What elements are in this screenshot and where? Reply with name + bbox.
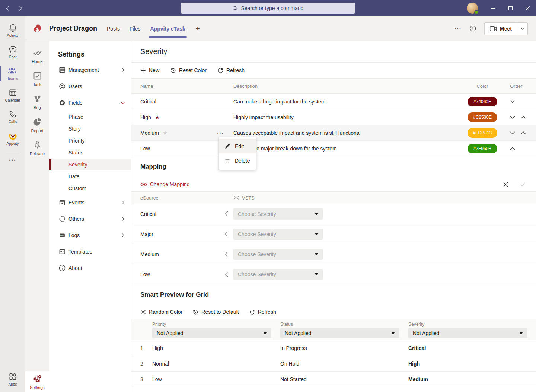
maximize-button[interactable] [502, 0, 519, 16]
color-pill[interactable]: #FDB813 [468, 128, 497, 138]
color-pill[interactable]: #74060E [468, 97, 497, 106]
tab-files[interactable]: Files [130, 16, 141, 41]
info-icon[interactable] [470, 25, 476, 32]
status-filter-dropdown[interactable]: Not Applied [280, 328, 399, 338]
rocket-icon [32, 140, 42, 150]
order-up-icon[interactable] [521, 131, 526, 134]
module-rail: Home Task Bug Report [25, 41, 49, 392]
order-down-icon[interactable] [510, 116, 515, 119]
refresh-button[interactable]: Refresh [218, 67, 245, 73]
row-menu-button[interactable]: ••• [217, 131, 224, 135]
menu-item-label: Edit [235, 143, 244, 149]
search-input[interactable]: Search or type a command [181, 3, 355, 14]
dropdown-arrow-icon [315, 213, 318, 215]
filter-value: Not Applied [285, 330, 312, 336]
nav-label: Phase [68, 114, 83, 120]
severity-row-high[interactable]: High ★ Highly impact the usability #C253… [131, 109, 536, 125]
chat-icon [8, 45, 17, 54]
reset-color-button[interactable]: Reset Color [170, 67, 207, 73]
app-rail: Activity Chat Teams Calender Calls Appvi… [0, 16, 25, 392]
nav-item-others[interactable]: Others [49, 211, 131, 227]
nav-item-priority[interactable]: Priority [49, 135, 131, 147]
confirm-check-icon[interactable] [520, 181, 526, 187]
nav-label: Fields [68, 100, 82, 106]
history-nav [6, 6, 22, 11]
tab-appvity-etask[interactable]: Appvity eTask [150, 16, 185, 41]
order-up-icon[interactable] [510, 147, 515, 150]
module-home[interactable]: Home [25, 44, 49, 67]
severity-filter-dropdown[interactable]: Not Applied [408, 328, 527, 338]
priority-filter-dropdown[interactable]: Not Applied [152, 328, 271, 338]
rail-item-calls[interactable]: Calls [0, 106, 25, 127]
tab-posts[interactable]: Posts [107, 16, 120, 41]
module-release[interactable]: Release [25, 136, 49, 159]
nav-item-phase[interactable]: Phase [49, 111, 131, 123]
minimize-button[interactable] [485, 0, 502, 16]
order-down-icon[interactable] [510, 100, 515, 103]
choose-severity-dropdown[interactable]: Choose Severity [233, 208, 323, 220]
nav-item-events[interactable]: Events [49, 194, 131, 211]
search-placeholder: Search or type a command [241, 5, 303, 11]
rail-item-activity[interactable]: Activity [0, 19, 25, 41]
severity-row-critical[interactable]: Critical Can make a huge impact for the … [131, 94, 536, 109]
chevron-right-icon [122, 68, 124, 72]
back-icon[interactable] [6, 6, 9, 11]
change-mapping-link[interactable]: Change Mapping [140, 181, 190, 187]
nav-item-severity[interactable]: Severity [49, 159, 131, 170]
settings-nav-title: Settings [49, 47, 131, 62]
severity-filter: Severity Not Applied [408, 322, 527, 340]
choose-severity-dropdown[interactable]: Choose Severity [233, 269, 323, 280]
choose-severity-dropdown[interactable]: Choose Severity [233, 229, 323, 240]
nav-item-about[interactable]: About [49, 260, 131, 276]
order-up-icon[interactable] [521, 116, 526, 119]
module-task[interactable]: Task [25, 67, 49, 90]
rail-item-calendar[interactable]: Calender [0, 84, 25, 106]
forward-icon[interactable] [19, 6, 22, 11]
nav-item-status[interactable]: Status [49, 147, 131, 159]
chevron-right-icon [122, 200, 124, 205]
reset-to-default-button[interactable]: Reset to Default [193, 309, 239, 315]
tab-label: Appvity eTask [150, 26, 185, 32]
rail-item-apps[interactable]: Apps [0, 368, 25, 390]
nav-item-templates[interactable]: Templates [49, 243, 131, 260]
rail-item-teams[interactable]: Teams [0, 63, 25, 84]
severity-row-medium[interactable]: Medium ★ ••• Causes acceptable impact an… [131, 125, 536, 141]
rail-more-button[interactable]: ••• [0, 155, 25, 165]
severity-description: Can make a huge impact for the system [233, 99, 460, 105]
rail-item-chat[interactable]: Chat [0, 41, 25, 63]
meet-button[interactable]: Meet [485, 23, 517, 35]
nav-item-users[interactable]: Users [49, 78, 131, 95]
order-down-icon[interactable] [510, 131, 515, 134]
nav-item-custom[interactable]: Custom [49, 182, 131, 194]
module-settings[interactable]: Settings [25, 371, 49, 392]
choose-severity-dropdown[interactable]: Choose Severity [233, 249, 323, 260]
pencil-icon [224, 143, 230, 149]
color-pill[interactable]: #2F950B [468, 144, 497, 153]
context-menu-edit[interactable]: Edit [219, 139, 256, 153]
meet-dropdown-button[interactable] [517, 23, 527, 35]
avatar[interactable] [467, 3, 478, 14]
module-report[interactable]: Report [25, 113, 49, 136]
module-bug[interactable]: Bug [25, 90, 49, 113]
context-menu-delete[interactable]: Delete [219, 153, 256, 168]
cancel-x-icon[interactable] [503, 182, 508, 187]
nav-item-logs[interactable]: Logs [49, 227, 131, 243]
preview-row-1: 1 High In Progress Critical [131, 340, 536, 356]
nav-item-story[interactable]: Story [49, 123, 131, 135]
rail-item-appvity[interactable]: Appvity [0, 127, 25, 149]
button-label: Reset Color [179, 67, 207, 73]
add-tab-button[interactable]: + [196, 25, 200, 33]
nav-item-date[interactable]: Date [49, 170, 131, 182]
nav-item-fields[interactable]: Fields [49, 95, 131, 111]
nav-label: Management [68, 67, 99, 73]
nav-item-management[interactable]: Management [49, 62, 131, 78]
channel-more-button[interactable]: ⋯ [454, 25, 462, 33]
priority-filter: Priority Not Applied [152, 322, 271, 340]
new-button[interactable]: New [140, 67, 159, 73]
star-icon[interactable]: ★ [163, 130, 168, 136]
close-button[interactable] [519, 0, 536, 16]
refresh-button[interactable]: Refresh [249, 309, 276, 315]
severity-row-low[interactable]: Low There is no major break-down for the… [131, 141, 536, 156]
color-pill[interactable]: #C2530E [468, 112, 497, 122]
random-color-button[interactable]: Random Color [140, 309, 182, 315]
